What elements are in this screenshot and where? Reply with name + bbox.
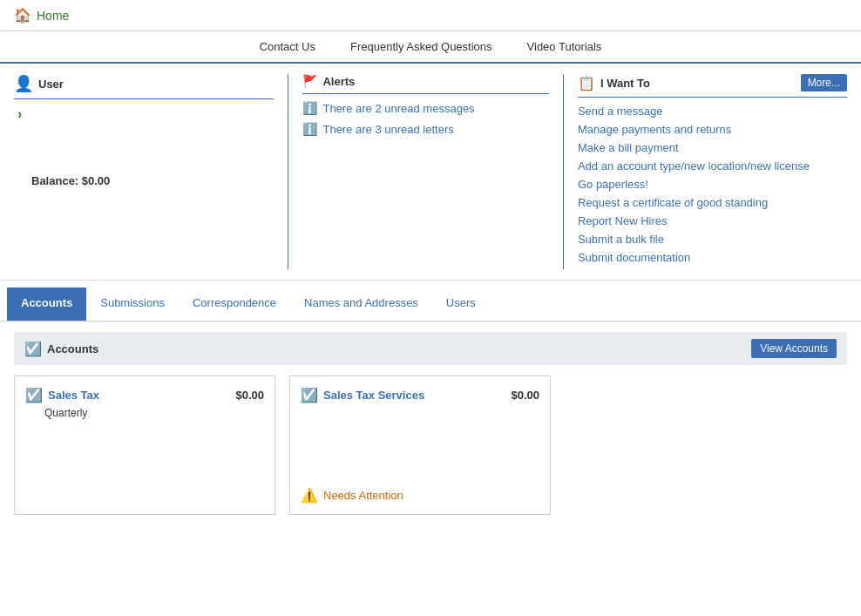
needs-attention-badge: ⚠️ Needs Attention [301, 487, 403, 504]
balance-display: Balance: $0.00 [31, 174, 274, 187]
account-card-name-1: ☑️ Sales Tax Services [301, 387, 424, 403]
alert-link-1[interactable]: There are 2 unread messages [322, 102, 474, 115]
accounts-header: ☑️ Accounts View Accounts [14, 332, 847, 365]
tab-accounts[interactable]: Accounts [7, 288, 86, 321]
account-card-header-0: ☑️ Sales Tax $0.00 [25, 387, 264, 403]
iwantto-header-left: 📋 I Want To [578, 75, 650, 91]
alerts-section: 🚩 Alerts ℹ️ There are 2 unread messages … [288, 74, 563, 269]
account-card-header-1: ☑️ Sales Tax Services $0.00 [301, 387, 539, 403]
iwantto-link-0[interactable]: Send a message [578, 105, 847, 118]
account-card-name-0: ☑️ Sales Tax [25, 387, 99, 403]
needs-attention-label: Needs Attention [323, 489, 403, 502]
iwantto-link-6[interactable]: Report New Hires [578, 214, 847, 227]
warning-icon: ⚠️ [301, 487, 318, 504]
tab-submissions[interactable]: Submissions [86, 288, 179, 321]
tab-correspondence[interactable]: Correspondence [179, 288, 290, 321]
iwantto-section: 📋 I Want To More... Send a message Manag… [564, 74, 847, 269]
iwantto-header: 📋 I Want To More... [578, 74, 847, 98]
accounts-check-icon: ☑️ [24, 341, 42, 357]
faq-link[interactable]: Frequently Asked Questions [350, 40, 492, 53]
account-subtitle-0: Quarterly [44, 407, 264, 419]
user-chevron[interactable]: › [17, 106, 274, 122]
alert-item-1: ℹ️ There are 2 unread messages [302, 101, 548, 115]
alert-info-icon-1: ℹ️ [302, 101, 317, 115]
account-card-0: ☑️ Sales Tax $0.00 Quarterly [14, 376, 275, 515]
clipboard-icon: 📋 [578, 75, 595, 91]
user-section-header: 👤 User [14, 74, 274, 99]
account-card-1: ☑️ Sales Tax Services $0.00 ⚠️ Needs Att… [289, 376, 551, 515]
iwantto-link-4[interactable]: Go paperless! [578, 178, 847, 191]
tab-users[interactable]: Users [432, 288, 490, 321]
view-accounts-button[interactable]: View Accounts [751, 339, 837, 358]
account-amount-1: $0.00 [511, 389, 539, 402]
iwantto-title: I Want To [600, 77, 650, 90]
home-label: Home [37, 9, 69, 23]
iwantto-link-3[interactable]: Add an account type/new location/new lic… [578, 159, 847, 173]
user-icon: 👤 [14, 74, 33, 93]
account-name-link-0[interactable]: Sales Tax [48, 389, 99, 402]
alerts-section-title: Alerts [322, 75, 355, 88]
account-cards: ☑️ Sales Tax $0.00 Quarterly ☑️ Sales Ta… [14, 376, 847, 515]
home-icon: 🏠 [14, 7, 31, 24]
top-nav-bar: 🏠 Home [0, 0, 861, 31]
account-amount-0: $0.00 [235, 389, 264, 402]
tabs-bar: Accounts Submissions Correspondence Name… [0, 288, 861, 322]
account-card-icon-1: ☑️ [301, 387, 318, 403]
secondary-nav: Contact Us Frequently Asked Questions Vi… [0, 31, 861, 64]
account-name-link-1[interactable]: Sales Tax Services [323, 389, 424, 402]
iwantto-link-8[interactable]: Submit documentation [578, 251, 847, 264]
user-section: 👤 User › Balance: $0.00 [14, 74, 288, 269]
accounts-header-left: ☑️ Accounts [24, 341, 98, 357]
more-button[interactable]: More... [801, 74, 847, 91]
alert-item-2: ℹ️ There are 3 unread letters [302, 122, 548, 136]
accounts-section: ☑️ Accounts View Accounts ☑️ Sales Tax $… [0, 322, 861, 525]
account-card-icon-0: ☑️ [25, 387, 43, 403]
iwantto-link-1[interactable]: Manage payments and returns [578, 123, 847, 136]
user-section-title: User [38, 78, 64, 91]
iwantto-link-2[interactable]: Make a bill payment [578, 141, 847, 154]
home-link[interactable]: 🏠 Home [14, 7, 69, 24]
contact-us-link[interactable]: Contact Us [260, 40, 315, 53]
main-content: 👤 User › Balance: $0.00 🚩 Alerts ℹ️ Ther… [0, 64, 861, 281]
alerts-section-header: 🚩 Alerts [302, 74, 548, 94]
flag-icon: 🚩 [302, 74, 317, 88]
accounts-title: Accounts [47, 342, 98, 355]
iwantto-link-5[interactable]: Request a certificate of good standing [578, 196, 847, 209]
alert-link-2[interactable]: There are 3 unread letters [322, 123, 453, 136]
video-tutorials-link[interactable]: Video Tutorials [527, 40, 602, 53]
alert-info-icon-2: ℹ️ [302, 122, 317, 136]
iwantto-link-7[interactable]: Submit a bulk file [578, 233, 847, 246]
tab-names-addresses[interactable]: Names and Addresses [290, 288, 432, 321]
